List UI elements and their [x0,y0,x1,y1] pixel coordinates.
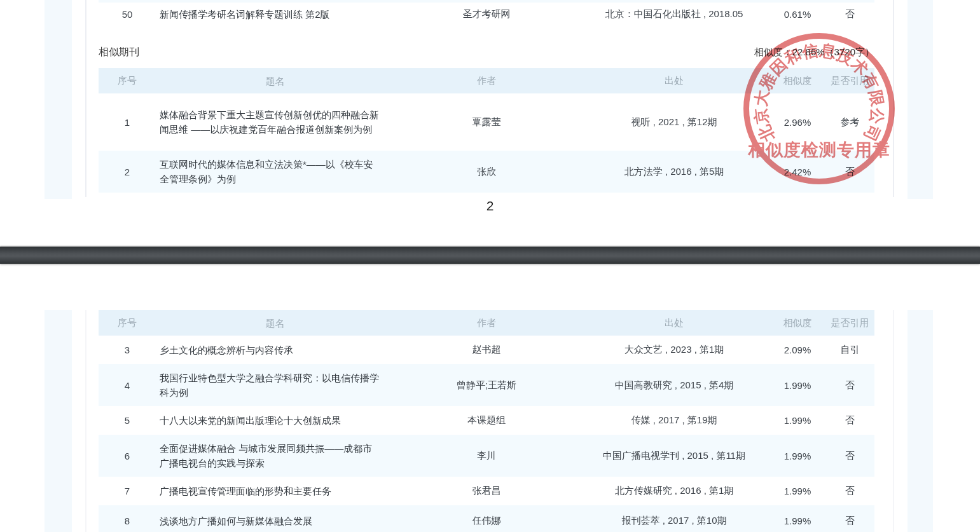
column-header: 是否引用 [825,317,874,329]
cell-similarity: 1.99% [770,515,825,526]
section-title: 相似期刊 [99,46,139,59]
page1-right-edge-strip [908,0,933,199]
table-row: 4我国行业特色型大学之融合学科研究：以电信传播学科为例曾静平;王若斯中国高教研究… [99,364,874,406]
cell-source: 北京：中国石化出版社 , 2018.05 [579,8,770,20]
column-header: 出处 [579,75,770,87]
column-header: 序号 [99,317,156,329]
column-header: 题名 [156,316,394,331]
cell-no: 8 [99,515,156,526]
cell-source: 中国广播电视学刊 , 2015 , 第11期 [579,450,770,462]
page-separator [0,247,980,264]
cell-author: 圣才考研网 [394,8,579,20]
cell-cited: 自引 [825,344,874,356]
section-similarity-value: 相似度：22.86%（3720字） [754,46,874,58]
cell-author: 张君昌 [394,485,579,497]
section-header: 相似期刊 相似度：22.86%（3720字） [99,43,874,61]
cell-no: 3 [99,344,156,355]
table-row: 1媒体融合背景下重大主题宣传创新创优的四种融合新闻思维 ——以庆祝建党百年融合报… [99,93,874,151]
cell-similarity: 1.99% [770,486,825,496]
page1-left-edge-strip [45,0,72,199]
cell-no: 50 [99,9,156,20]
cell-similarity: 1.99% [770,380,825,391]
column-header: 题名 [156,74,394,88]
cell-cited: 否 [825,379,874,392]
cell-similarity: 2.96% [770,117,825,128]
cell-title: 十八大以来党的新闻出版理论十大创新成果 [156,407,394,434]
page1-left-divider [85,0,86,197]
column-header: 相似度 [770,317,825,329]
cell-author: 张欣 [394,166,579,178]
cell-cited: 否 [825,450,874,462]
column-header: 相似度 [770,75,825,87]
cell-title: 全面促进媒体融合 与城市发展同频共振——成都市广播电视台的实践与探索 [156,435,394,477]
page1-right-divider [893,0,894,197]
cell-cited: 参考 [825,116,874,128]
table-row: 50 新闻传播学考研名词解释专题训练 第2版 圣才考研网 北京：中国石化出版社 … [99,3,874,25]
cell-title: 新闻传播学考研名词解释专题训练 第2版 [156,7,394,22]
cell-title: 乡土文化的概念辨析与内容传承 [156,336,394,364]
column-header: 序号 [99,75,156,87]
cell-no: 4 [99,380,156,391]
cell-no: 1 [99,117,156,128]
table-row: 6全面促进媒体融合 与城市发展同频共振——成都市广播电视台的实践与探索李川中国广… [99,435,874,477]
cell-similarity: 1.99% [770,415,825,426]
cell-source: 中国高教研究 , 2015 , 第4期 [579,379,770,392]
cell-source: 大众文艺 , 2023 , 第1期 [579,344,770,356]
cell-no: 5 [99,415,156,426]
cell-cited: 否 [825,8,874,20]
cell-author: 曾静平;王若斯 [394,379,579,392]
cell-source: 传媒 , 2017 , 第19期 [579,414,770,426]
page2-right-divider [893,310,894,532]
table-row: 3乡土文化的概念辨析与内容传承赵书超大众文艺 , 2023 , 第1期2.09%… [99,336,874,364]
cell-title: 浅谈地方广播如何与新媒体融合发展 [156,507,394,532]
cell-similarity: 1.99% [770,451,825,461]
cell-author: 覃露莹 [394,116,579,128]
cell-title: 媒体融合背景下重大主题宣传创新创优的四种融合新闻思维 ——以庆祝建党百年融合报道… [156,101,394,143]
cell-title: 互联网时代的媒体信息和立法决策*——以《校车安全管理条例》为例 [156,151,394,193]
page-number: 2 [0,198,980,214]
table-header-row: 序号题名作者出处相似度是否引用 [99,68,874,93]
cell-similarity: 0.61% [770,9,825,20]
table-row: 2互联网时代的媒体信息和立法决策*——以《校车安全管理条例》为例张欣北方法学 ,… [99,151,874,193]
table-header-row: 序号题名作者出处相似度是否引用 [99,310,874,336]
cell-cited: 否 [825,414,874,426]
cell-title: 广播电视宣传管理面临的形势和主要任务 [156,477,394,505]
table-row: 5十八大以来党的新闻出版理论十大创新成果本课题组传媒 , 2017 , 第19期… [99,406,874,435]
cell-title: 我国行业特色型大学之融合学科研究：以电信传播学科为例 [156,364,394,406]
table-row: 7广播电视宣传管理面临的形势和主要任务张君昌北方传媒研究 , 2016 , 第1… [99,477,874,505]
cell-source: 北方法学 , 2016 , 第5期 [579,166,770,178]
cell-cited: 否 [825,515,874,527]
page2-left-divider [85,310,86,532]
page2-right-edge-strip [908,310,933,532]
cell-cited: 否 [825,166,874,178]
cell-no: 6 [99,451,156,461]
cell-author: 赵书超 [394,344,579,356]
cell-author: 任伟娜 [394,515,579,527]
cell-author: 李川 [394,450,579,462]
cell-author: 本课题组 [394,414,579,426]
similar-journals-table-page2: 序号题名作者出处相似度是否引用3乡土文化的概念辨析与内容传承赵书超大众文艺 , … [99,310,874,532]
similar-journals-table-page1: 序号题名作者出处相似度是否引用1媒体融合背景下重大主题宣传创新创优的四种融合新闻… [99,68,874,193]
table-row: 8浅谈地方广播如何与新媒体融合发展任伟娜报刊荟萃 , 2017 , 第10期1.… [99,505,874,532]
column-header: 作者 [394,75,579,87]
cell-similarity: 2.09% [770,344,825,355]
cell-source: 视听 , 2021 , 第12期 [579,116,770,128]
cell-no: 7 [99,486,156,496]
column-header: 作者 [394,317,579,329]
cell-no: 2 [99,167,156,177]
cell-cited: 否 [825,485,874,497]
cell-similarity: 2.42% [770,167,825,177]
column-header: 是否引用 [825,75,874,87]
column-header: 出处 [579,317,770,329]
cell-source: 北方传媒研究 , 2016 , 第1期 [579,485,770,497]
page2-left-edge-strip [45,310,72,532]
cell-source: 报刊荟萃 , 2017 , 第10期 [579,515,770,527]
